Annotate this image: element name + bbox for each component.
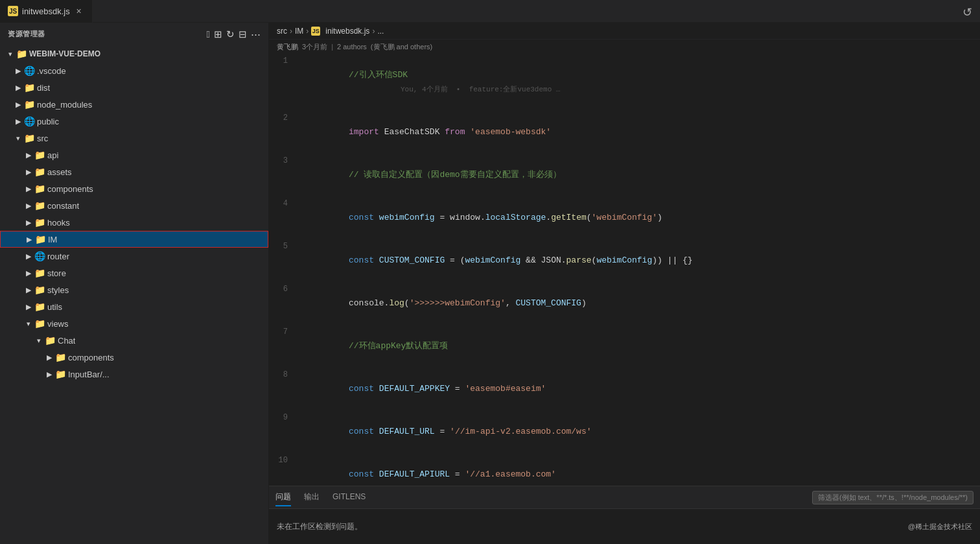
tree-item-vscode[interactable]: ▶ 🌐 .vscode: [0, 62, 268, 79]
line-content-7: //环信appKey默认配置项: [298, 325, 980, 368]
hooks-label: hooks: [47, 218, 70, 228]
tab-close-button[interactable]: ×: [74, 6, 84, 16]
sidebar: 资源管理器  ⊞ ↻ ⊟ ⋯ ▾ 📁 WEBIM-VUE-DEMO ▶ 🌐 .…: [0, 23, 269, 544]
chevron-right-icon: ▶: [44, 353, 54, 362]
panel-tab-output[interactable]: 输出: [304, 489, 320, 506]
tree-item-root[interactable]: ▾ 📁 WEBIM-VUE-DEMO: [0, 45, 268, 62]
breadcrumb-src[interactable]: src: [277, 27, 287, 36]
tree-item-constant[interactable]: ▶ 📁 constant: [0, 197, 268, 214]
panel-tabs: 问题 输出 GITLENS 筛选器(例如 text、**/*.ts、!**/no…: [269, 486, 980, 509]
utils-label: utils: [47, 302, 62, 312]
line-content-6: console.log('>>>>>>webimConfig', CUSTOM_…: [298, 282, 980, 325]
tree-item-public[interactable]: ▶ 🌐 public: [0, 113, 268, 130]
tree-item-assets[interactable]: ▶ 📁 assets: [0, 163, 268, 180]
code-line-7: 7 //环信appKey默认配置项: [269, 325, 980, 368]
tab-initwebsdk[interactable]: JS initwebsdk.js ×: [0, 0, 93, 23]
tree-item-api[interactable]: ▶ 📁 api: [0, 147, 268, 163]
api-folder-icon: 📁: [34, 150, 45, 160]
code-line-6: 6 console.log('>>>>>>webimConfig', CUSTO…: [269, 282, 980, 325]
folder-icon: 📁: [16, 49, 27, 59]
panel-filter[interactable]: 筛选器(例如 text、**/*.ts、!**/node_modules/**): [812, 491, 974, 504]
refresh-icon[interactable]: ↻: [226, 29, 235, 40]
editor-area: src › IM › JS initwebsdk.js › ... 黄飞鹏 3个…: [269, 23, 980, 544]
tree-item-dist[interactable]: ▶ 📁 dist: [0, 79, 268, 96]
line-content-10: const DEFAULT_APIURL = '//a1.easemob.com…: [298, 453, 980, 486]
line-number-5: 5: [269, 239, 298, 254]
components-label: components: [47, 184, 93, 194]
chevron-right-icon: ▶: [44, 370, 54, 379]
main-layout: 资源管理器  ⊞ ↻ ⊟ ⋯ ▾ 📁 WEBIM-VUE-DEMO ▶ 🌐 .…: [0, 23, 980, 544]
tree-item-router[interactable]: ▶ 🌐 router: [0, 248, 268, 265]
tree-item-styles[interactable]: ▶ 📁 styles: [0, 281, 268, 298]
code-line-1: 1 //引入环信SDK You, 4个月前 • feature:全新vue3de…: [269, 54, 980, 111]
tab-bar: JS initwebsdk.js × ↺: [0, 0, 980, 23]
tree-item-components[interactable]: ▶ 📁 components: [0, 180, 268, 197]
line-number-9: 9: [269, 410, 298, 425]
chevron-right-icon: ▶: [13, 84, 23, 92]
breadcrumb-filename[interactable]: initwebsdk.js: [325, 27, 369, 36]
line-number-6: 6: [269, 282, 298, 296]
components-folder-icon: 📁: [34, 183, 45, 194]
code-editor[interactable]: 1 //引入环信SDK You, 4个月前 • feature:全新vue3de…: [269, 54, 980, 486]
tree-item-node-modules[interactable]: ▶ 📁 node_modules: [0, 96, 268, 113]
IM-label: IM: [48, 235, 57, 244]
tree-item-src[interactable]: ▾ 📁 src: [0, 130, 268, 147]
chevron-right-icon: ▶: [23, 151, 34, 160]
tab-filename: initwebsdk.js: [22, 6, 70, 16]
tree-item-chat-components[interactable]: ▶ 📁 components: [0, 349, 268, 366]
chevron-right-icon: ▶: [24, 235, 34, 244]
tree-item-chat[interactable]: ▾ 📁 Chat: [0, 332, 268, 349]
chevron-right-icon: ▶: [23, 303, 34, 311]
collapse-icon[interactable]: ⊟: [239, 29, 247, 40]
code-line-4: 4 const webimConfig = window.localStorag…: [269, 196, 980, 239]
sidebar-content: ▾ 📁 WEBIM-VUE-DEMO ▶ 🌐 .vscode ▶ 📁 dist …: [0, 45, 268, 544]
tree-item-store[interactable]: ▶ 📁 store: [0, 265, 268, 281]
tree-item-IM[interactable]: ▶ 📁 IM: [0, 231, 268, 248]
chevron-right-icon: ▶: [13, 67, 23, 75]
styles-folder-icon: 📁: [34, 285, 45, 295]
chevron-right-icon: ▶: [23, 185, 34, 193]
git-author: 黄飞鹏: [277, 42, 298, 52]
views-folder-icon: 📁: [34, 318, 45, 329]
git-sep: |: [331, 43, 333, 51]
chevron-right-icon: ▶: [23, 252, 34, 261]
chevron-down-icon: ▾: [34, 337, 44, 345]
tree-item-hooks[interactable]: ▶ 📁 hooks: [0, 214, 268, 231]
panel-credit: @稀土掘金技术社区: [908, 522, 972, 532]
node-modules-label: node_modules: [37, 100, 92, 110]
store-folder-icon: 📁: [34, 268, 45, 278]
project-name-label: WEBIM-VUE-DEMO: [29, 49, 100, 58]
IM-folder-icon: 📁: [34, 234, 46, 244]
tree-item-views[interactable]: ▾ 📁 views: [0, 315, 268, 332]
git-time: 3个月前: [302, 42, 327, 52]
chevron-right-icon: ▶: [23, 269, 34, 278]
breadcrumb-dots[interactable]: ...: [377, 27, 384, 36]
chevron-down-icon: ▾: [23, 320, 34, 328]
tree-item-utils[interactable]: ▶ 📁 utils: [0, 298, 268, 315]
breadcrumb-js-icon: JS: [311, 27, 320, 36]
code-line-10: 10 const DEFAULT_APIURL = '//a1.easemob.…: [269, 453, 980, 486]
more-icon[interactable]: ⋯: [251, 29, 261, 40]
new-folder-icon[interactable]: ⊞: [214, 29, 222, 40]
src-folder-icon: 📁: [23, 133, 35, 143]
line-content-1: //引入环信SDK You, 4个月前 • feature:全新vue3demo…: [298, 54, 980, 111]
assets-folder-icon: 📁: [34, 167, 45, 177]
api-label: api: [47, 150, 58, 160]
router-label: router: [47, 252, 69, 261]
history-icon[interactable]: ↺: [962, 5, 972, 19]
code-line-3: 3 // 读取自定义配置（因demo需要自定义配置，非必须）: [269, 154, 980, 196]
code-line-9: 9 const DEFAULT_URL = '//im-api-v2.easem…: [269, 410, 980, 453]
line-content-3: // 读取自定义配置（因demo需要自定义配置，非必须）: [298, 154, 980, 196]
panel-tab-issues[interactable]: 问题: [275, 489, 291, 506]
styles-label: styles: [47, 285, 69, 295]
chat-folder-icon: 📁: [44, 335, 56, 346]
hooks-folder-icon: 📁: [34, 217, 45, 228]
breadcrumb-IM[interactable]: IM: [295, 27, 303, 36]
tree-item-inputbar[interactable]: ▶ 📁 InputBar/...: [0, 366, 268, 383]
line-number-3: 3: [269, 154, 298, 168]
sidebar-title: 资源管理器: [8, 29, 45, 39]
new-file-icon[interactable]: : [207, 29, 210, 40]
dist-label: dist: [37, 83, 50, 93]
line-content-8: const DEFAULT_APPKEY = 'easemob#easeim': [298, 368, 980, 410]
panel-tab-gitlens[interactable]: GITLENS: [332, 490, 366, 505]
